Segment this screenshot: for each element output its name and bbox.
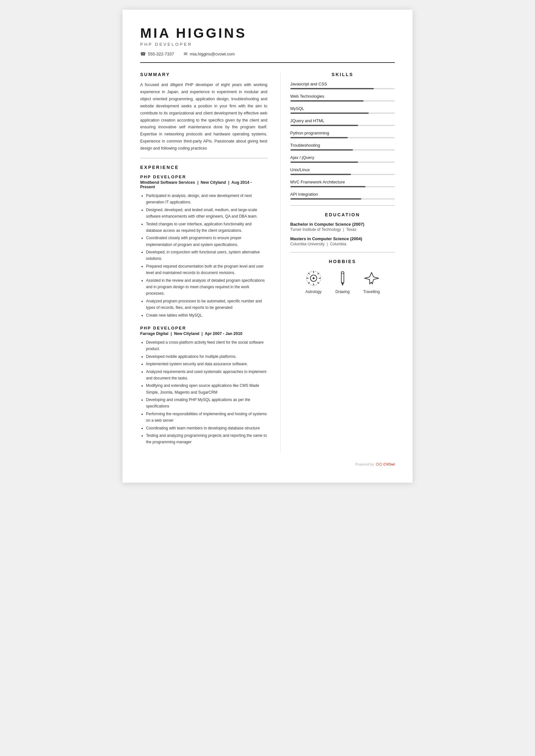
bullet: Developed, in conjunction with functiona… — [146, 249, 268, 262]
job-bullets-2: Developed a cross-platform activity feed… — [140, 339, 268, 446]
job-meta-2: Farrage Digital | New Cityland | Apr 200… — [140, 332, 268, 336]
left-column: SUMMARY A focused and diligent PHP devel… — [140, 72, 280, 452]
bullet: Prepared required documentation both at … — [146, 263, 268, 276]
brand-logo: ⬡⬡ CVOwl — [376, 462, 395, 466]
drawing-label: Drawing — [335, 289, 350, 294]
skill-item: Javascript and CSS — [290, 81, 395, 89]
skill-bar-fill — [290, 198, 362, 200]
astrology-icon — [305, 269, 322, 287]
skill-item: Ajax / jQuery — [290, 155, 395, 163]
skills-section: SKILLS Javascript and CSS Web Technologi… — [290, 72, 395, 206]
bullet: Developed a cross-platform activity feed… — [146, 339, 268, 352]
email-icon: ✉ — [184, 51, 187, 56]
education-section: EDUCATION Bachelor in Computer Science (… — [290, 212, 395, 252]
skill-bar-bg — [290, 198, 395, 200]
email-contact: ✉ mia.higgins@cvowl.com — [184, 51, 235, 56]
header-divider — [140, 62, 395, 63]
main-layout: SUMMARY A focused and diligent PHP devel… — [140, 72, 395, 452]
candidate-name: MIA HIGGINS — [140, 26, 395, 41]
hobby-drawing: Drawing — [334, 269, 351, 294]
travelling-icon — [363, 269, 380, 287]
summary-heading: SUMMARY — [140, 72, 268, 77]
bullet: Performing the responsibilities of imple… — [146, 411, 268, 424]
experience-section: EXPERIENCE PHP DEVELOPER Mindbend Softwa… — [140, 165, 268, 446]
svg-rect-11 — [341, 272, 344, 283]
job-meta-1: Mindbend Software Services | New Citylan… — [140, 180, 268, 189]
summary-section: SUMMARY A focused and diligent PHP devel… — [140, 72, 268, 158]
bullet: Analyzed program processes to be automat… — [146, 298, 268, 311]
skill-bar-bg — [290, 149, 395, 151]
bullet: Implemented system security and data ass… — [146, 361, 268, 367]
bullet: Coordinated closely with programmers to … — [146, 235, 268, 248]
skill-bar-fill — [290, 100, 364, 102]
skill-bar-bg — [290, 88, 395, 89]
skill-name: Web Technologies — [290, 94, 395, 99]
skill-name: JQuery and HTML — [290, 118, 395, 123]
hobbies-section: HOBBIES — [290, 259, 395, 294]
phone-icon: ☎ — [140, 51, 146, 56]
skill-name: Ajax / jQuery — [290, 155, 395, 160]
education-divider — [290, 252, 395, 252]
skill-item: Troubleshooting — [290, 143, 395, 151]
summary-text: A focused and diligent PHP developer of … — [140, 81, 268, 152]
footer: Powered by ⬡⬡ CVOwl — [140, 462, 395, 467]
summary-divider — [140, 158, 268, 158]
skill-bar-fill — [290, 137, 348, 138]
education-list: Bachelor in Computer Science (2007) Turn… — [290, 222, 395, 246]
skill-item: Unix/Linux — [290, 167, 395, 175]
edu-block: Bachelor in Computer Science (2007) Turn… — [290, 222, 395, 232]
skill-bar-bg — [290, 112, 395, 114]
skills-list: Javascript and CSS Web Technologies MySQ… — [290, 81, 395, 200]
edu-degree: Masters in Computer Science (2004) — [290, 236, 395, 241]
skill-bar-fill — [290, 174, 351, 175]
hobby-astrology: Astrology — [305, 269, 322, 294]
bullet: Developing and creating PHP MySQL applic… — [146, 396, 268, 410]
skill-bar-fill — [290, 161, 358, 163]
header-section: MIA HIGGINS PHP DEVELOPER ☎ 555-322-7337… — [140, 26, 395, 63]
skill-bar-fill — [290, 149, 353, 151]
skill-bar-bg — [290, 161, 395, 163]
edu-degree: Bachelor in Computer Science (2007) — [290, 222, 395, 227]
skill-name: MVC Framework Architecture — [290, 180, 395, 185]
skill-bar-bg — [290, 174, 395, 175]
skill-name: Python programming — [290, 131, 395, 135]
resume-page: MIA HIGGINS PHP DEVELOPER ☎ 555-322-7337… — [123, 10, 412, 482]
bullet: Tested changes to user interface, applic… — [146, 221, 268, 234]
skill-bar-fill — [290, 125, 358, 126]
bullet: Create new tables within MySQL. — [146, 312, 268, 319]
skill-name: Unix/Linux — [290, 167, 395, 172]
skill-bar-bg — [290, 137, 395, 138]
job-block-1: PHP DEVELOPER Mindbend Software Services… — [140, 174, 268, 319]
job-title-2: PHP DEVELOPER — [140, 326, 268, 331]
experience-heading: EXPERIENCE — [140, 165, 268, 170]
skill-item: Python programming — [290, 131, 395, 138]
skills-divider — [290, 205, 395, 206]
travelling-label: Travelling — [363, 289, 380, 294]
job-title-1: PHP DEVELOPER — [140, 174, 268, 179]
skill-name: Troubleshooting — [290, 143, 395, 148]
skill-item: Web Technologies — [290, 94, 395, 102]
skill-item: MVC Framework Architecture — [290, 180, 395, 187]
header-contact: ☎ 555-322-7337 ✉ mia.higgins@cvowl.com — [140, 51, 395, 56]
candidate-title: PHP DEVELOPER — [140, 42, 395, 47]
skill-item: JQuery and HTML — [290, 118, 395, 126]
edu-school: Turner Institute of Technology | Texas — [290, 227, 395, 232]
bullet: Analyzed requirements and used systemati… — [146, 368, 268, 382]
education-heading: EDUCATION — [290, 212, 395, 217]
email-value: mia.higgins@cvowl.com — [190, 52, 235, 56]
skill-bar-fill — [290, 186, 366, 187]
skill-item: MySQL — [290, 106, 395, 114]
bullet: Assisted in the review and analysis of d… — [146, 277, 268, 297]
skill-bar-fill — [290, 112, 369, 114]
skill-bar-bg — [290, 186, 395, 187]
bullet: Participated in analysis, design, and ne… — [146, 192, 268, 206]
svg-point-1 — [313, 277, 315, 279]
svg-marker-12 — [341, 283, 344, 286]
skill-name: Javascript and CSS — [290, 81, 395, 86]
astrology-label: Astrology — [305, 289, 322, 294]
bullet: Testing and analyzing programming projec… — [146, 432, 268, 446]
bullet: Designed, developed, and tested small, m… — [146, 207, 268, 220]
edu-school: Columbia University | Columbia — [290, 242, 395, 246]
powered-by-text: Powered by — [355, 462, 374, 466]
right-column: SKILLS Javascript and CSS Web Technologi… — [280, 72, 395, 452]
